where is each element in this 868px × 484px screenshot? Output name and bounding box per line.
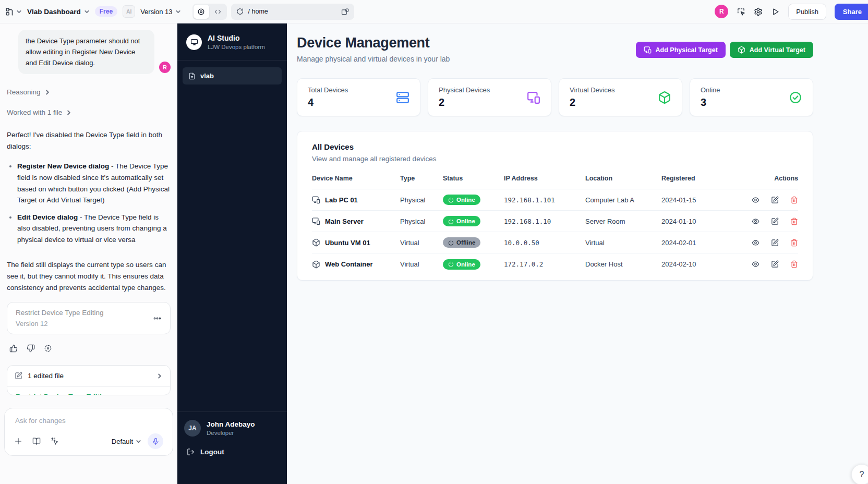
user-initials-avatar: JA bbox=[184, 420, 201, 437]
version-dropdown[interactable]: Version 13 bbox=[140, 8, 180, 16]
assistant-intro: Perfect! I've disabled the Device Type f… bbox=[7, 129, 171, 152]
box-icon bbox=[738, 46, 745, 54]
col-actions: Actions bbox=[748, 175, 798, 182]
table-row: Main Server Physical Online 192.168.1.10… bbox=[312, 211, 798, 232]
edited-files-summary[interactable]: 1 edited file bbox=[7, 366, 170, 386]
table-row: Ubuntu VM 01 Virtual Offline 10.0.0.50 V… bbox=[312, 232, 798, 253]
prompt-input[interactable] bbox=[12, 416, 165, 433]
edited-file-entry[interactable]: Restrict Device Type Editing Version 13 bbox=[7, 386, 170, 395]
share-button[interactable]: Share bbox=[835, 4, 868, 20]
edit-pencil-icon[interactable] bbox=[771, 196, 779, 204]
chevron-right-icon bbox=[66, 110, 72, 116]
box-icon bbox=[312, 260, 320, 269]
delete-trash-icon[interactable] bbox=[790, 217, 798, 225]
run-play-icon[interactable] bbox=[771, 7, 780, 16]
panel-layout-icon[interactable] bbox=[341, 8, 349, 16]
knowledge-book-icon[interactable] bbox=[32, 437, 41, 445]
status-badge: Offline bbox=[443, 237, 480, 248]
add-physical-target-button[interactable]: Add Physical Target bbox=[636, 42, 726, 58]
col-type: Type bbox=[400, 175, 443, 182]
device-type: Virtual bbox=[400, 239, 443, 247]
box-icon bbox=[312, 238, 320, 247]
more-options-icon[interactable] bbox=[153, 314, 162, 323]
sparkle-cursor-icon[interactable] bbox=[51, 437, 59, 445]
device-ip: 192.168.1.10 bbox=[504, 217, 585, 225]
stat-card-online: Online 3 bbox=[690, 78, 813, 116]
version-card-version: Version 12 bbox=[16, 320, 104, 328]
view-eye-icon[interactable] bbox=[752, 239, 760, 247]
project-name: Vlab Dashboard bbox=[27, 8, 81, 16]
edit-pencil-icon[interactable] bbox=[771, 239, 779, 247]
stat-value: 2 bbox=[439, 96, 490, 108]
sidebar-item-label: vlab bbox=[200, 72, 214, 80]
chevron-right-icon bbox=[44, 89, 51, 95]
delete-trash-icon[interactable] bbox=[790, 196, 798, 204]
app-logo-menu[interactable] bbox=[5, 7, 22, 16]
delete-trash-icon[interactable] bbox=[790, 260, 798, 268]
view-eye-icon[interactable] bbox=[752, 260, 760, 268]
project-name-dropdown[interactable]: Vlab Dashboard bbox=[27, 8, 90, 16]
device-location: Server Room bbox=[585, 217, 661, 225]
user-avatar[interactable]: R bbox=[715, 5, 728, 18]
help-button[interactable]: ? bbox=[851, 464, 868, 484]
stat-label: Physical Devices bbox=[439, 86, 490, 94]
refresh-icon[interactable] bbox=[236, 8, 244, 15]
add-virtual-target-button[interactable]: Add Virtual Target bbox=[730, 42, 813, 58]
power-icon bbox=[448, 240, 454, 246]
bullet-title: Register New Device dialog bbox=[17, 162, 109, 170]
edit-pencil-icon[interactable] bbox=[771, 260, 779, 268]
logout-button[interactable]: Logout bbox=[187, 448, 280, 456]
attach-plus-icon[interactable] bbox=[14, 437, 22, 445]
status-badge: Online bbox=[443, 259, 480, 270]
worked-files-collapse[interactable]: Worked with 1 file bbox=[7, 108, 171, 116]
device-registered: 2024-02-10 bbox=[661, 260, 748, 268]
model-selector[interactable]: Default bbox=[112, 438, 141, 445]
delete-trash-icon[interactable] bbox=[790, 239, 798, 247]
page-subtitle: Manage physical and virtual devices in y… bbox=[297, 55, 450, 63]
microphone-icon bbox=[152, 438, 160, 445]
device-registered: 2024-01-10 bbox=[661, 217, 748, 225]
devices-table: Device Name Type Status IP Address Locat… bbox=[312, 175, 798, 275]
logout-label: Logout bbox=[200, 448, 224, 456]
settings-gear-icon[interactable] bbox=[754, 7, 763, 16]
preview-toggle-button[interactable] bbox=[194, 5, 209, 19]
workflow-logo-icon bbox=[5, 7, 14, 16]
model-selector-label: Default bbox=[112, 438, 133, 445]
top-toolbar: Vlab Dashboard Free AI Version 13 / home… bbox=[0, 0, 868, 23]
reasoning-collapse[interactable]: Reasoning bbox=[7, 88, 171, 96]
stat-card-physical-devices: Physical Devices 2 bbox=[428, 78, 551, 116]
version-card[interactable]: Restrict Device Type Editing Version 12 bbox=[7, 302, 171, 334]
monitor-smartphone-icon bbox=[312, 196, 320, 204]
assistant-bullet-list: Register New Device dialog - The Device … bbox=[10, 161, 171, 251]
device-name: Main Server bbox=[325, 217, 364, 225]
thumbs-up-icon[interactable] bbox=[9, 344, 18, 353]
stat-value: 4 bbox=[308, 96, 348, 108]
status-badge: Online bbox=[443, 195, 480, 205]
logout-icon bbox=[187, 448, 195, 456]
monitor-smartphone-icon bbox=[312, 217, 320, 225]
preview-url-bar[interactable]: / home bbox=[231, 4, 354, 20]
worked-files-label: Worked with 1 file bbox=[7, 108, 62, 116]
code-toggle-button[interactable] bbox=[210, 5, 226, 19]
view-eye-icon[interactable] bbox=[752, 196, 760, 204]
table-row: Lab PC 01 Physical Online 192.168.1.101 … bbox=[312, 189, 798, 211]
select-element-icon[interactable] bbox=[737, 7, 745, 16]
view-eye-icon[interactable] bbox=[752, 217, 760, 225]
check-circle-icon bbox=[789, 91, 802, 104]
sidebar-item-vlab[interactable]: vlab bbox=[183, 67, 282, 84]
stat-label: Online bbox=[701, 86, 720, 94]
user-avatar: R bbox=[159, 62, 171, 73]
stat-label: Virtual Devices bbox=[570, 86, 614, 94]
publish-button[interactable]: Publish bbox=[788, 4, 826, 20]
thumbs-down-icon[interactable] bbox=[27, 344, 35, 353]
monitor-icon bbox=[186, 34, 202, 50]
col-device-name: Device Name bbox=[312, 175, 400, 182]
edit-pencil-icon[interactable] bbox=[771, 217, 779, 225]
microphone-button[interactable] bbox=[148, 433, 163, 449]
app-subtitle: LJW Devops platform bbox=[208, 44, 265, 50]
stat-card-virtual-devices: Virtual Devices 2 bbox=[559, 78, 682, 116]
app-brand: AI Studio LJW Devops platform bbox=[177, 23, 287, 60]
retry-icon[interactable] bbox=[44, 344, 52, 353]
device-type: Virtual bbox=[400, 260, 443, 268]
chat-panel: the Device Type parameter should not all… bbox=[0, 23, 177, 484]
